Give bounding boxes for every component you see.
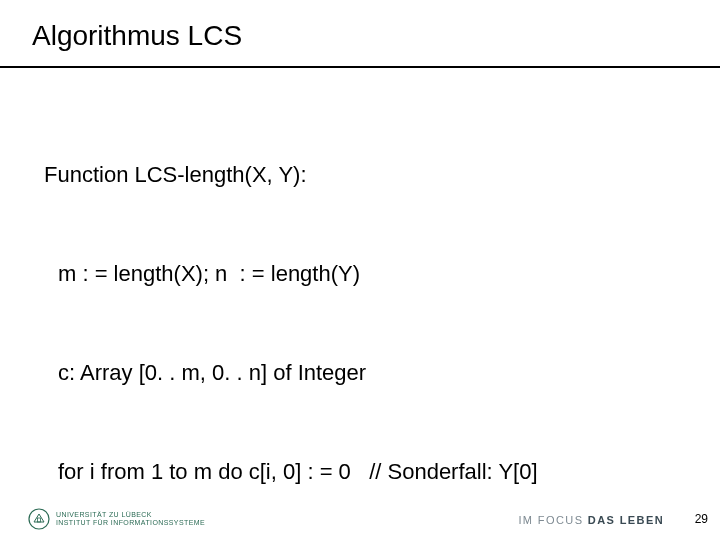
- pseudocode-block: Function LCS-length(X, Y): m : = length(…: [44, 92, 552, 540]
- slogan-bold: DAS LEBEN: [588, 514, 664, 526]
- code-line: Function LCS-length(X, Y):: [44, 158, 552, 191]
- seal-icon: [28, 508, 50, 530]
- university-text: UNIVERSITÄT ZU LÜBECK INSTITUT FÜR INFOR…: [56, 511, 205, 526]
- institute-name: INSTITUT FÜR INFORMATIONSSYSTEME: [56, 519, 205, 527]
- uni-name: UNIVERSITÄT ZU LÜBECK: [56, 511, 205, 519]
- code-line: c: Array [0. . m, 0. . n] of Integer: [44, 356, 552, 389]
- slogan-prefix: IM FOCUS: [518, 514, 587, 526]
- svg-point-0: [29, 509, 49, 529]
- slogan: IM FOCUS DAS LEBEN: [518, 514, 664, 526]
- page-number: 29: [695, 512, 708, 526]
- svg-rect-1: [38, 518, 41, 522]
- slide-title: Algorithmus LCS: [32, 20, 242, 52]
- footer: UNIVERSITÄT ZU LÜBECK INSTITUT FÜR INFOR…: [0, 500, 720, 540]
- university-logo: UNIVERSITÄT ZU LÜBECK INSTITUT FÜR INFOR…: [28, 508, 205, 530]
- slide: Algorithmus LCS Function LCS-length(X, Y…: [0, 0, 720, 540]
- code-line: m : = length(X); n : = length(Y): [44, 257, 552, 290]
- title-underline: [0, 66, 720, 68]
- code-line: for i from 1 to m do c[i, 0] : = 0 // So…: [44, 455, 552, 488]
